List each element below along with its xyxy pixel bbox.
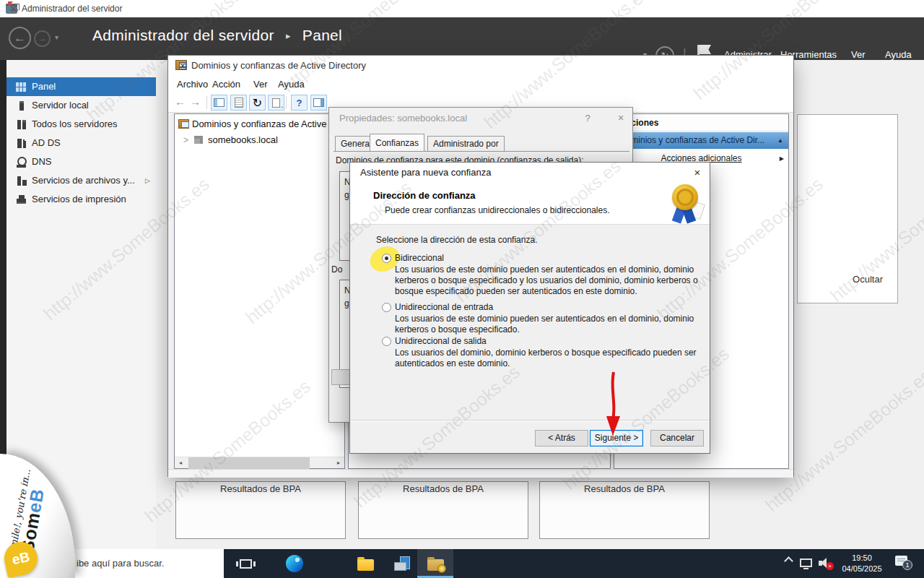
back-icon[interactable]: ← xyxy=(9,27,31,49)
server-manager-header: ← → ▾ Administrador del servidor ▸ Panel… xyxy=(0,17,924,60)
domains-trusts-node-icon xyxy=(178,119,189,129)
bpa-tile[interactable]: Resultados de BPA xyxy=(358,481,528,539)
sidebar-item-ad-ds[interactable]: AD DS xyxy=(6,134,156,152)
refresh-list-icon[interactable]: ↻ xyxy=(249,95,266,111)
radio-unidireccional-entrada[interactable] xyxy=(382,303,391,312)
task-view-icon[interactable] xyxy=(230,549,261,578)
volume-muted-icon[interactable]: × xyxy=(819,557,832,569)
dns-icon xyxy=(16,157,27,168)
actions-pane-header: Acciones xyxy=(614,114,788,131)
wizard-subheading: Puede crear confianzas unidireccionales … xyxy=(385,205,610,215)
mmc-menu-ver[interactable]: Ver xyxy=(253,76,268,93)
properties-title: Propiedades: somebooks.local xyxy=(339,113,467,124)
tab-confianzas[interactable]: Confianzas xyxy=(370,134,424,151)
server-manager-taskbar-icon[interactable] xyxy=(387,549,419,578)
scrollbar-thumb[interactable] xyxy=(188,457,310,469)
mmc-close-button[interactable]: × xyxy=(168,56,197,76)
help-icon[interactable]: ? xyxy=(291,95,308,111)
radio-bidireccional[interactable] xyxy=(382,254,391,263)
sidebar-item-todos-los-servidores[interactable]: Todos los servidores xyxy=(6,115,156,134)
actions-item-domains-trusts[interactable]: Dominios y confianzas de Active Dir... ▲ xyxy=(614,132,788,149)
tree-root-item[interactable]: Dominios y confianzas de Active Director… xyxy=(175,117,344,131)
wizard-divider xyxy=(350,420,710,421)
next-button[interactable]: Siguiente > xyxy=(590,430,643,447)
option-label[interactable]: Unidireccional de entrada xyxy=(395,302,493,312)
wizard-close-icon[interactable]: × xyxy=(687,163,708,183)
clock[interactable]: 19:50 04/05/2025 xyxy=(834,553,889,574)
sidebar-item-panel[interactable]: Panel xyxy=(6,77,156,96)
sidebar-edge-strip xyxy=(0,60,6,549)
new-trust-wizard: Asistente para nueva confianza × Direcci… xyxy=(349,162,710,454)
tree-item-somebooks-local[interactable]: > somebooks.local xyxy=(175,133,344,147)
toolbar-back-icon[interactable]: ← xyxy=(175,95,186,108)
mmc-menubar: Archivo Acción Ver Ayuda xyxy=(168,76,793,93)
toolbar-forward-icon[interactable]: → xyxy=(190,95,201,108)
option-label[interactable]: Bidireccional xyxy=(395,253,444,263)
notification-badge: 1 xyxy=(902,560,912,570)
option-description: Los usuarios del dominio, dominio kerber… xyxy=(395,348,701,369)
expand-icon: ▶ xyxy=(780,150,784,168)
sidebar-item-servicios-impresion[interactable]: Servicios de impresión xyxy=(6,190,156,209)
file-explorer-icon[interactable] xyxy=(349,549,381,578)
incoming-trusts-label: Do xyxy=(331,264,342,275)
ad-domains-trusts-taskbar-icon[interactable] xyxy=(417,549,453,578)
mmc-title: Dominios y confianzas de Active Director… xyxy=(191,56,366,76)
wizard-header: Dirección de confianza Puede crear confi… xyxy=(350,183,710,225)
breadcrumb-sep-icon: ▸ xyxy=(286,30,291,41)
servers-icon xyxy=(16,119,27,130)
breadcrumb-root[interactable]: Administrador del servidor xyxy=(92,27,274,43)
expand-chevron-icon[interactable]: > xyxy=(183,133,188,147)
menu-ver[interactable]: Ver xyxy=(851,49,866,60)
domain-node-icon xyxy=(194,136,203,144)
server-icon xyxy=(16,100,27,111)
scroll-right-icon[interactable]: ▸ xyxy=(333,457,344,469)
nav-caret-icon[interactable]: ▾ xyxy=(55,33,58,41)
radio-unidireccional-salida[interactable] xyxy=(382,337,391,346)
mmc-menu-ayuda[interactable]: Ayuda xyxy=(278,76,305,93)
mmc-menu-archivo[interactable]: Archivo xyxy=(177,76,208,93)
hide-button[interactable]: Ocultar xyxy=(853,274,883,285)
submenu-arrow-icon: ▷ xyxy=(145,171,150,190)
tray-date: 04/05/2025 xyxy=(834,564,889,574)
ad-ds-icon xyxy=(16,138,27,149)
back-button[interactable]: < Atrás xyxy=(535,430,588,447)
option-label[interactable]: Unidireccional de salida xyxy=(395,336,487,346)
option-description: Los usuarios de este dominio pueden ser … xyxy=(395,264,701,297)
close-button[interactable]: × xyxy=(0,0,27,17)
forward-icon[interactable]: → xyxy=(34,30,51,47)
cancel-button[interactable]: Cancelar xyxy=(650,430,704,447)
menu-ayuda[interactable]: Ayuda xyxy=(885,49,912,60)
breadcrumb-current: Panel xyxy=(302,27,342,43)
collapse-icon[interactable]: ▲ xyxy=(777,132,783,149)
medal-ribbon-icon xyxy=(666,184,705,223)
scroll-left-icon[interactable]: ◂ xyxy=(175,457,186,469)
tray-chevron-icon[interactable] xyxy=(784,556,793,566)
horizontal-scrollbar[interactable]: ◂ ▸ xyxy=(175,457,344,468)
console-tree-pane: Dominios y confianzas de Active Director… xyxy=(174,113,345,469)
wizard-titlebar: Asistente para nueva confianza × xyxy=(350,163,710,183)
dialog-help-icon[interactable]: ? xyxy=(580,113,595,124)
tab-administrado-por[interactable]: Administrado por xyxy=(427,136,505,151)
export-list-icon[interactable] xyxy=(268,95,284,111)
notification-center-icon[interactable]: 1 xyxy=(895,556,907,566)
dialog-close-icon[interactable]: × xyxy=(612,112,629,124)
bpa-tile[interactable]: Resultados de BPA xyxy=(539,481,710,539)
network-icon[interactable] xyxy=(800,558,812,567)
show-console-tree-icon[interactable] xyxy=(211,95,227,111)
sidebar: Panel Servidor local Todos los servidore… xyxy=(6,60,156,549)
show-action-pane-icon[interactable] xyxy=(310,95,327,111)
mute-badge-icon: × xyxy=(826,562,834,570)
breadcrumb: Administrador del servidor ▸ Panel xyxy=(92,27,342,44)
sidebar-item-servidor-local[interactable]: Servidor local xyxy=(6,96,156,115)
mmc-menu-accion[interactable]: Acción xyxy=(212,76,240,93)
sidebar-item-dns[interactable]: DNS xyxy=(6,152,156,171)
sidebar-item-servicios-archivos[interactable]: Servicios de archivos y... ▷ xyxy=(6,171,156,190)
bpa-tile[interactable]: Resultados de BPA xyxy=(175,481,346,539)
print-services-icon xyxy=(16,194,27,205)
mmc-titlebar: Dominios y confianzas de Active Director… xyxy=(168,56,793,76)
properties-icon[interactable] xyxy=(230,95,247,111)
window-title: Administrador del servidor xyxy=(22,0,122,17)
edge-browser-icon[interactable] xyxy=(279,549,310,578)
screen: Administrador del servidor × ← → ▾ Admin… xyxy=(0,0,924,578)
search-input[interactable]: ibe aquí para buscar. xyxy=(35,549,224,578)
